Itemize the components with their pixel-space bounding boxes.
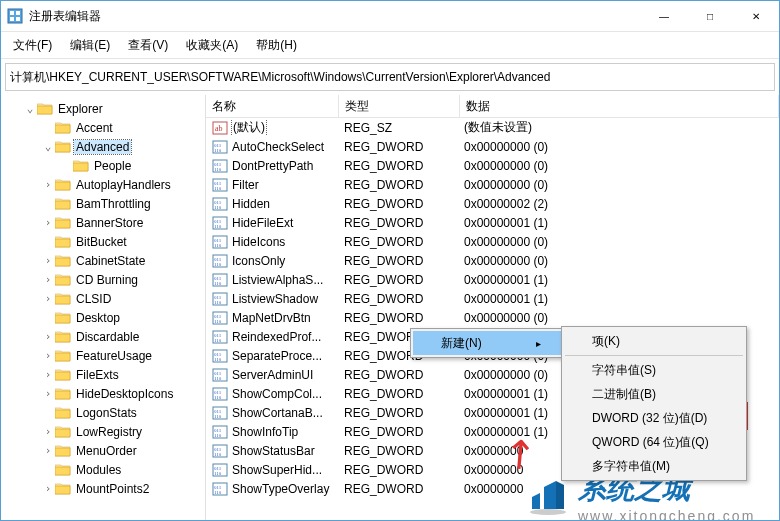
menu-view[interactable]: 查看(V) <box>120 35 176 56</box>
folder-icon <box>55 406 71 420</box>
tree-view[interactable]: ⌄ExplorerAccent⌄AdvancedPeople›AutoplayH… <box>1 95 206 520</box>
expander-icon[interactable]: › <box>41 425 55 438</box>
value-name: IconsOnly <box>232 254 285 268</box>
tree-item[interactable]: ›CD Burning <box>1 270 205 289</box>
svg-text:110: 110 <box>214 300 222 305</box>
value-type: REG_DWORD <box>338 197 458 211</box>
tree-item[interactable]: ›BannerStore <box>1 213 205 232</box>
expander-icon[interactable]: › <box>41 330 55 343</box>
svg-rect-3 <box>10 17 14 21</box>
tree-item[interactable]: ⌄Explorer <box>1 99 205 118</box>
binary-icon: 011110 <box>212 386 228 402</box>
tree-item[interactable]: Accent <box>1 118 205 137</box>
list-row[interactable]: 011110HiddenREG_DWORD0x00000002 (2) <box>206 194 779 213</box>
tree-item[interactable]: ›HideDesktopIcons <box>1 384 205 403</box>
value-data: (数值未设置) <box>458 119 779 136</box>
registry-editor-window: 注册表编辑器 — □ ✕ 文件(F) 编辑(E) 查看(V) 收藏夹(A) 帮助… <box>0 0 780 521</box>
folder-icon <box>37 102 53 116</box>
tree-label: Explorer <box>56 102 105 116</box>
menu-file[interactable]: 文件(F) <box>5 35 60 56</box>
tree-label: People <box>92 159 133 173</box>
tree-label: Modules <box>74 463 123 477</box>
tree-label: LowRegistry <box>74 425 144 439</box>
list-row[interactable]: ab(默认)REG_SZ(数值未设置) <box>206 118 779 137</box>
list-row[interactable]: 011110ListviewAlphaS...REG_DWORD0x000000… <box>206 270 779 289</box>
tree-item[interactable]: ›CabinetState <box>1 251 205 270</box>
expander-icon[interactable]: ⌄ <box>41 140 55 153</box>
context-item[interactable]: QWORD (64 位)值(Q) <box>564 430 744 454</box>
context-item[interactable]: DWORD (32 位)值(D) <box>564 406 744 430</box>
context-item[interactable]: 字符串值(S) <box>564 358 744 382</box>
expander-icon[interactable]: › <box>41 292 55 305</box>
folder-icon <box>73 159 89 173</box>
expander-icon[interactable]: › <box>41 349 55 362</box>
list-row[interactable]: 011110HideIconsREG_DWORD0x00000000 (0) <box>206 232 779 251</box>
col-data[interactable]: 数据 <box>460 95 779 117</box>
value-data: 0x00000001 (1) <box>458 273 779 287</box>
list-row[interactable]: 011110DontPrettyPathREG_DWORD0x00000000 … <box>206 156 779 175</box>
expander-icon[interactable]: › <box>41 482 55 495</box>
expander-icon[interactable]: › <box>41 216 55 229</box>
expander-icon[interactable]: › <box>41 178 55 191</box>
value-type: REG_DWORD <box>338 235 458 249</box>
tree-item[interactable]: ›FeatureUsage <box>1 346 205 365</box>
col-name[interactable]: 名称 <box>206 95 339 117</box>
minimize-button[interactable]: — <box>641 1 687 31</box>
context-item[interactable]: 多字符串值(M) <box>564 454 744 478</box>
tree-item[interactable]: ›CLSID <box>1 289 205 308</box>
value-type: REG_SZ <box>338 121 458 135</box>
tree-item[interactable]: ⌄Advanced <box>1 137 205 156</box>
expander-icon[interactable]: › <box>41 368 55 381</box>
tree-item[interactable]: ›AutoplayHandlers <box>1 175 205 194</box>
binary-icon: 011110 <box>212 272 228 288</box>
address-bar[interactable]: 计算机\HKEY_CURRENT_USER\SOFTWARE\Microsoft… <box>5 63 775 91</box>
folder-icon <box>55 463 71 477</box>
close-button[interactable]: ✕ <box>733 1 779 31</box>
expander-icon[interactable]: › <box>41 387 55 400</box>
folder-icon <box>55 387 71 401</box>
folder-icon <box>55 235 71 249</box>
expander-icon[interactable]: ⌄ <box>23 102 37 115</box>
tree-item[interactable]: ›FileExts <box>1 365 205 384</box>
menu-edit[interactable]: 编辑(E) <box>62 35 118 56</box>
expander-icon[interactable]: › <box>41 444 55 457</box>
tree-item[interactable]: ›LowRegistry <box>1 422 205 441</box>
value-data: 0x00000000 (0) <box>458 235 779 249</box>
list-row[interactable]: 011110FilterREG_DWORD0x00000000 (0) <box>206 175 779 194</box>
tree-item[interactable]: ›Discardable <box>1 327 205 346</box>
list-row[interactable]: 011110MapNetDrvBtnREG_DWORD0x00000000 (0… <box>206 308 779 327</box>
list-row[interactable]: 011110HideFileExtREG_DWORD0x00000001 (1) <box>206 213 779 232</box>
list-row[interactable]: 011110AutoCheckSelectREG_DWORD0x00000000… <box>206 137 779 156</box>
list-row[interactable]: 011110IconsOnlyREG_DWORD0x00000000 (0) <box>206 251 779 270</box>
expander-icon[interactable]: › <box>41 273 55 286</box>
menu-help[interactable]: 帮助(H) <box>248 35 305 56</box>
value-name: Filter <box>232 178 259 192</box>
tree-label: HideDesktopIcons <box>74 387 175 401</box>
value-type: REG_DWORD <box>338 273 458 287</box>
tree-label: Desktop <box>74 311 122 325</box>
value-data: 0x00000000 (0) <box>458 311 779 325</box>
binary-icon: 011110 <box>212 215 228 231</box>
expander-icon[interactable]: › <box>41 254 55 267</box>
folder-icon <box>55 121 71 135</box>
context-new[interactable]: 新建(N) ▸ <box>413 331 561 355</box>
folder-icon <box>55 330 71 344</box>
col-type[interactable]: 类型 <box>339 95 460 117</box>
tree-item[interactable]: BamThrottling <box>1 194 205 213</box>
context-item[interactable]: 二进制值(B) <box>564 382 744 406</box>
tree-item[interactable]: ›MountPoints2 <box>1 479 205 498</box>
context-item[interactable]: 项(K) <box>564 329 744 353</box>
tree-item[interactable]: Modules <box>1 460 205 479</box>
tree-item[interactable]: People <box>1 156 205 175</box>
tree-item[interactable]: BitBucket <box>1 232 205 251</box>
maximize-button[interactable]: □ <box>687 1 733 31</box>
tree-item[interactable]: LogonStats <box>1 403 205 422</box>
value-name: AutoCheckSelect <box>232 140 324 154</box>
value-type: REG_DWORD <box>338 140 458 154</box>
tree-item[interactable]: ›MenuOrder <box>1 441 205 460</box>
list-row[interactable]: 011110ListviewShadowREG_DWORD0x00000001 … <box>206 289 779 308</box>
tree-item[interactable]: Desktop <box>1 308 205 327</box>
value-name: ShowCortanaB... <box>232 406 323 420</box>
value-data: 0x00000000 (0) <box>458 254 779 268</box>
menu-favorites[interactable]: 收藏夹(A) <box>178 35 246 56</box>
